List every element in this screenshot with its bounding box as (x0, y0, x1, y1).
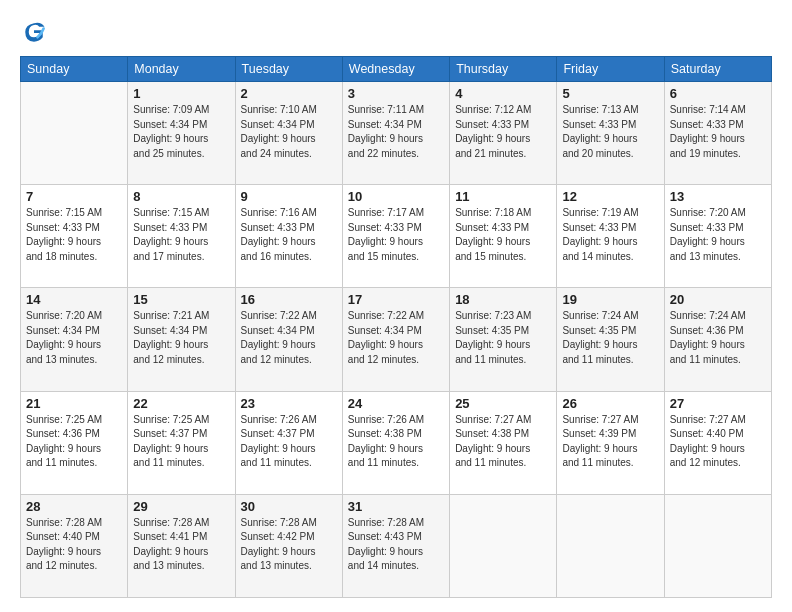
day-info: Sunrise: 7:22 AM Sunset: 4:34 PM Dayligh… (348, 309, 444, 367)
calendar-day-cell: 11Sunrise: 7:18 AM Sunset: 4:33 PM Dayli… (450, 185, 557, 288)
day-number: 11 (455, 189, 551, 204)
day-number: 24 (348, 396, 444, 411)
day-info: Sunrise: 7:19 AM Sunset: 4:33 PM Dayligh… (562, 206, 658, 264)
day-info: Sunrise: 7:28 AM Sunset: 4:43 PM Dayligh… (348, 516, 444, 574)
day-number: 2 (241, 86, 337, 101)
day-info: Sunrise: 7:16 AM Sunset: 4:33 PM Dayligh… (241, 206, 337, 264)
calendar-week-row: 1Sunrise: 7:09 AM Sunset: 4:34 PM Daylig… (21, 82, 772, 185)
calendar-day-cell: 25Sunrise: 7:27 AM Sunset: 4:38 PM Dayli… (450, 391, 557, 494)
calendar-week-row: 21Sunrise: 7:25 AM Sunset: 4:36 PM Dayli… (21, 391, 772, 494)
day-number: 10 (348, 189, 444, 204)
day-number: 21 (26, 396, 122, 411)
day-number: 18 (455, 292, 551, 307)
day-info: Sunrise: 7:12 AM Sunset: 4:33 PM Dayligh… (455, 103, 551, 161)
day-info: Sunrise: 7:20 AM Sunset: 4:34 PM Dayligh… (26, 309, 122, 367)
day-info: Sunrise: 7:11 AM Sunset: 4:34 PM Dayligh… (348, 103, 444, 161)
calendar-day-cell: 30Sunrise: 7:28 AM Sunset: 4:42 PM Dayli… (235, 494, 342, 597)
day-number: 15 (133, 292, 229, 307)
day-number: 30 (241, 499, 337, 514)
calendar-day-cell: 13Sunrise: 7:20 AM Sunset: 4:33 PM Dayli… (664, 185, 771, 288)
calendar-day-cell: 21Sunrise: 7:25 AM Sunset: 4:36 PM Dayli… (21, 391, 128, 494)
day-number: 12 (562, 189, 658, 204)
day-number: 7 (26, 189, 122, 204)
day-info: Sunrise: 7:27 AM Sunset: 4:38 PM Dayligh… (455, 413, 551, 471)
calendar-day-cell (557, 494, 664, 597)
calendar-day-cell: 17Sunrise: 7:22 AM Sunset: 4:34 PM Dayli… (342, 288, 449, 391)
calendar-day-header: Monday (128, 57, 235, 82)
page: SundayMondayTuesdayWednesdayThursdayFrid… (0, 0, 792, 612)
day-number: 17 (348, 292, 444, 307)
day-number: 9 (241, 189, 337, 204)
calendar-day-cell: 3Sunrise: 7:11 AM Sunset: 4:34 PM Daylig… (342, 82, 449, 185)
day-info: Sunrise: 7:24 AM Sunset: 4:36 PM Dayligh… (670, 309, 766, 367)
day-info: Sunrise: 7:27 AM Sunset: 4:40 PM Dayligh… (670, 413, 766, 471)
calendar-day-header: Tuesday (235, 57, 342, 82)
day-number: 23 (241, 396, 337, 411)
calendar-week-row: 7Sunrise: 7:15 AM Sunset: 4:33 PM Daylig… (21, 185, 772, 288)
day-number: 8 (133, 189, 229, 204)
calendar-day-cell: 27Sunrise: 7:27 AM Sunset: 4:40 PM Dayli… (664, 391, 771, 494)
day-number: 29 (133, 499, 229, 514)
calendar-day-cell: 16Sunrise: 7:22 AM Sunset: 4:34 PM Dayli… (235, 288, 342, 391)
day-number: 22 (133, 396, 229, 411)
day-info: Sunrise: 7:26 AM Sunset: 4:37 PM Dayligh… (241, 413, 337, 471)
day-info: Sunrise: 7:13 AM Sunset: 4:33 PM Dayligh… (562, 103, 658, 161)
calendar-day-cell: 24Sunrise: 7:26 AM Sunset: 4:38 PM Dayli… (342, 391, 449, 494)
calendar-day-cell: 4Sunrise: 7:12 AM Sunset: 4:33 PM Daylig… (450, 82, 557, 185)
day-number: 1 (133, 86, 229, 101)
calendar-week-row: 14Sunrise: 7:20 AM Sunset: 4:34 PM Dayli… (21, 288, 772, 391)
day-number: 14 (26, 292, 122, 307)
calendar-day-cell: 20Sunrise: 7:24 AM Sunset: 4:36 PM Dayli… (664, 288, 771, 391)
day-number: 16 (241, 292, 337, 307)
day-info: Sunrise: 7:20 AM Sunset: 4:33 PM Dayligh… (670, 206, 766, 264)
day-number: 19 (562, 292, 658, 307)
calendar-day-cell: 6Sunrise: 7:14 AM Sunset: 4:33 PM Daylig… (664, 82, 771, 185)
day-number: 4 (455, 86, 551, 101)
day-info: Sunrise: 7:28 AM Sunset: 4:42 PM Dayligh… (241, 516, 337, 574)
day-info: Sunrise: 7:28 AM Sunset: 4:41 PM Dayligh… (133, 516, 229, 574)
calendar-day-header: Wednesday (342, 57, 449, 82)
day-info: Sunrise: 7:24 AM Sunset: 4:35 PM Dayligh… (562, 309, 658, 367)
day-info: Sunrise: 7:25 AM Sunset: 4:37 PM Dayligh… (133, 413, 229, 471)
calendar-day-cell: 15Sunrise: 7:21 AM Sunset: 4:34 PM Dayli… (128, 288, 235, 391)
calendar-day-cell (664, 494, 771, 597)
calendar-header-row: SundayMondayTuesdayWednesdayThursdayFrid… (21, 57, 772, 82)
calendar-day-header: Friday (557, 57, 664, 82)
calendar-day-cell: 19Sunrise: 7:24 AM Sunset: 4:35 PM Dayli… (557, 288, 664, 391)
day-info: Sunrise: 7:23 AM Sunset: 4:35 PM Dayligh… (455, 309, 551, 367)
header (20, 18, 772, 46)
calendar-day-cell: 31Sunrise: 7:28 AM Sunset: 4:43 PM Dayli… (342, 494, 449, 597)
calendar-day-cell: 7Sunrise: 7:15 AM Sunset: 4:33 PM Daylig… (21, 185, 128, 288)
day-info: Sunrise: 7:26 AM Sunset: 4:38 PM Dayligh… (348, 413, 444, 471)
calendar-day-cell: 2Sunrise: 7:10 AM Sunset: 4:34 PM Daylig… (235, 82, 342, 185)
calendar-day-cell: 26Sunrise: 7:27 AM Sunset: 4:39 PM Dayli… (557, 391, 664, 494)
calendar-day-cell: 5Sunrise: 7:13 AM Sunset: 4:33 PM Daylig… (557, 82, 664, 185)
calendar-table: SundayMondayTuesdayWednesdayThursdayFrid… (20, 56, 772, 598)
day-info: Sunrise: 7:28 AM Sunset: 4:40 PM Dayligh… (26, 516, 122, 574)
calendar-day-header: Saturday (664, 57, 771, 82)
day-info: Sunrise: 7:10 AM Sunset: 4:34 PM Dayligh… (241, 103, 337, 161)
day-info: Sunrise: 7:15 AM Sunset: 4:33 PM Dayligh… (133, 206, 229, 264)
day-number: 3 (348, 86, 444, 101)
calendar-day-cell: 28Sunrise: 7:28 AM Sunset: 4:40 PM Dayli… (21, 494, 128, 597)
calendar-day-cell (450, 494, 557, 597)
day-info: Sunrise: 7:27 AM Sunset: 4:39 PM Dayligh… (562, 413, 658, 471)
day-info: Sunrise: 7:14 AM Sunset: 4:33 PM Dayligh… (670, 103, 766, 161)
calendar-day-cell: 12Sunrise: 7:19 AM Sunset: 4:33 PM Dayli… (557, 185, 664, 288)
calendar-day-header: Thursday (450, 57, 557, 82)
day-number: 6 (670, 86, 766, 101)
day-number: 28 (26, 499, 122, 514)
logo-icon (20, 18, 48, 46)
day-info: Sunrise: 7:25 AM Sunset: 4:36 PM Dayligh… (26, 413, 122, 471)
calendar-day-cell: 1Sunrise: 7:09 AM Sunset: 4:34 PM Daylig… (128, 82, 235, 185)
calendar-day-cell: 29Sunrise: 7:28 AM Sunset: 4:41 PM Dayli… (128, 494, 235, 597)
day-number: 13 (670, 189, 766, 204)
day-info: Sunrise: 7:21 AM Sunset: 4:34 PM Dayligh… (133, 309, 229, 367)
calendar-day-cell: 23Sunrise: 7:26 AM Sunset: 4:37 PM Dayli… (235, 391, 342, 494)
calendar-week-row: 28Sunrise: 7:28 AM Sunset: 4:40 PM Dayli… (21, 494, 772, 597)
day-number: 26 (562, 396, 658, 411)
calendar-day-cell: 9Sunrise: 7:16 AM Sunset: 4:33 PM Daylig… (235, 185, 342, 288)
day-info: Sunrise: 7:18 AM Sunset: 4:33 PM Dayligh… (455, 206, 551, 264)
calendar-day-cell: 8Sunrise: 7:15 AM Sunset: 4:33 PM Daylig… (128, 185, 235, 288)
day-number: 25 (455, 396, 551, 411)
